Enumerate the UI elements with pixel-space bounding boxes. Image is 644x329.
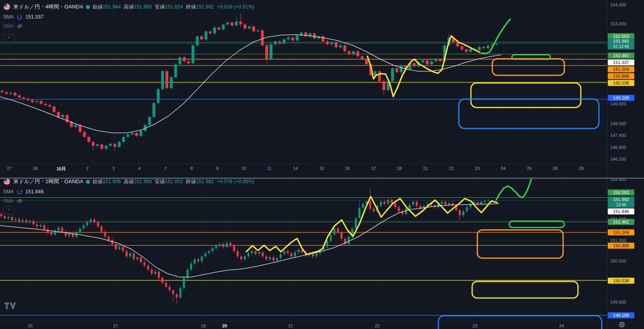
price-level-badge: 151.461 [608,53,634,59]
time-axis-tick: 23 [475,166,480,171]
time-axis-tick: 15 [319,166,324,171]
time-axis-tick: 28 [553,166,557,171]
symbol-title[interactable]: 米ドル／円・4時間・OANDA [13,3,83,10]
sma-loop-icon[interactable] [17,189,23,195]
time-axis-bottom[interactable]: 1617182021222324 [0,321,607,329]
time-axis-tick: 27 [7,166,12,171]
eye-off-icon[interactable] [17,198,23,204]
ohlc-low: 安値151.902 [155,178,183,185]
hand-drawn-trend-line[interactable] [246,197,497,255]
sma2-indicator-label[interactable]: SMA [3,198,14,204]
time-axis-tick: 24 [559,323,564,328]
price-axis-label: 149.500 [610,300,626,304]
price-level-badge: 151.204 [608,230,634,236]
time-axis-tick: 29 [579,166,584,171]
market-status-dot [86,5,90,9]
price-level-badge: 151.846 [608,209,634,215]
axis-settings-gear-icon[interactable] [618,321,625,328]
time-axis-tick: 2 [86,166,89,171]
drawn-zone-rectangle[interactable] [509,221,564,228]
time-axis-tick: 16 [345,166,350,171]
eye-off-icon[interactable] [17,23,23,29]
ohlc-open: 始値151.906 [93,178,121,185]
time-axis-tick: 17 [371,166,376,171]
sma-indicator-label[interactable]: SMA [3,189,14,195]
legend-top-panel: 米ドル／円・4時間・OANDA 始値151.944 高値151.993 安値15… [3,2,254,31]
time-axis-tick: 22 [449,166,454,171]
price-axis-label: 149.000 [610,101,626,106]
drawn-zone-rectangle[interactable] [512,55,550,59]
trading-chart-app: 273010月234789101114151617182122232425282… [0,0,644,329]
price-level-badge: 150.038 [608,278,634,284]
collapse-legend-top-button[interactable]: ⌃ [3,34,14,42]
ohlc-high: 高値151.993 [124,178,152,185]
time-axis-tick: 30 [33,166,38,171]
price-level-badge: 150.888 [608,243,634,249]
sma-indicator-label[interactable]: SMA [3,14,14,20]
time-axis-tick: 16 [28,323,33,328]
price-change: +0.076 (+0.05%) [217,179,254,184]
time-axis-tick: 18 [201,323,206,328]
legend-bottom-panel: 米ドル／円・1時間・OANDA 始値151.906 高値151.993 安値15… [3,177,254,205]
time-axis-top[interactable]: 273010月234789101114151617182122232425282… [0,163,607,178]
current-price-badge: 151.98213:46 [608,197,634,208]
time-axis-tick: 11 [267,166,271,171]
drawn-zone-rectangle[interactable] [477,230,563,258]
price-axis-label: 153.000 [610,21,626,26]
sma2-indicator-label[interactable]: SMA [3,23,14,29]
usdjpy-flag-icon [3,3,10,10]
price-level-badge: 151.204 [608,66,634,72]
ohlc-close: 終値151.982 [186,178,214,185]
ohlc-open: 始値151.944 [93,4,121,10]
time-axis-tick: 4 [138,166,140,171]
hand-drawn-trend-line[interactable] [496,179,531,200]
time-axis-tick: 3 [112,166,115,171]
time-axis-tick: 25 [527,166,532,171]
drawn-zone-rectangle[interactable] [471,83,581,108]
time-axis-tick: 9 [216,166,219,171]
drawn-zone-rectangle[interactable] [459,99,599,128]
drawn-zone-rectangle[interactable] [472,281,578,298]
hand-drawn-trend-line[interactable] [481,19,510,54]
price-axis-label: 146.800 [610,145,626,150]
price-axis-label: 150.500 [610,259,626,263]
time-axis-tick: 21 [423,166,428,171]
time-axis-tick: 17 [113,323,118,328]
price-level-badge: 152.053 [608,190,634,196]
price-level-badge: 150.888 [608,73,634,79]
price-level-badge: 149.189 [608,95,634,101]
price-level-badge: 151.337 [608,60,634,66]
time-axis-tick: 22 [375,323,380,328]
ohlc-high: 高値151.993 [124,4,152,10]
time-axis-tick: 21 [288,323,293,328]
drawn-zone-rectangle[interactable] [492,59,564,75]
hand-drawn-trend-line[interactable] [367,36,480,97]
price-axis-label: 148.000 [610,121,626,126]
price-axis-column[interactable]: 154.000153.000149.000148.000147.400146.8… [607,0,644,329]
time-axis-tick: 14 [293,166,298,171]
time-axis-tick: 20 [222,323,227,328]
time-axis-tick: 8 [190,166,193,171]
price-level-badge: 149.189 [608,312,634,319]
sma-value: 151.337 [25,14,43,20]
symbol-title[interactable]: 米ドル／円・1時間・OANDA [13,178,83,185]
sma-value: 151.846 [25,189,43,195]
price-level-badge: 150.038 [608,80,634,86]
price-axis-label: 151.000 [610,238,626,243]
time-axis-tick: 10 [241,166,246,171]
price-level-badge: 151.461 [608,219,634,225]
price-axis-label: 147.400 [610,133,626,138]
price-change: +0.018 (+0.01%) [217,4,254,10]
ohlc-low: 安値151.824 [155,4,183,10]
time-axis-tick: 23 [473,323,477,328]
ohlc-close: 終値151.982 [186,4,214,10]
time-axis-tick: 18 [397,166,402,171]
current-price-badge: 151.98201:13:46 [608,38,634,50]
price-axis-label: 154.000 [610,2,626,7]
time-axis-tick: 10月 [56,166,66,172]
collapse-legend-bottom-button[interactable]: ⌃ [3,206,14,214]
time-axis-tick: 24 [501,166,506,171]
sma-loop-icon[interactable] [17,14,23,20]
usdjpy-flag-icon [3,178,10,185]
tradingview-logo[interactable] [4,301,16,311]
